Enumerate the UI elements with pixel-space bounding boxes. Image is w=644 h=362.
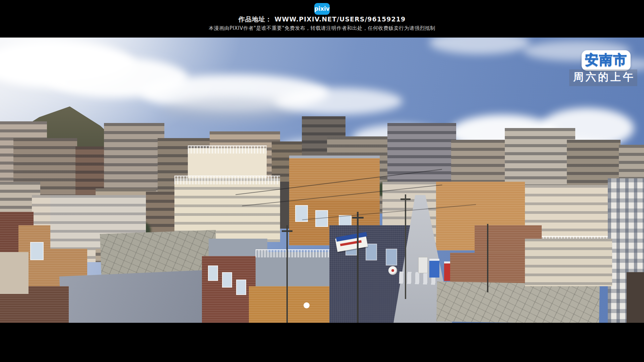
building <box>289 158 380 200</box>
building <box>627 272 644 323</box>
window <box>386 249 397 265</box>
vending-machine <box>418 257 428 273</box>
brick-wall <box>450 253 528 284</box>
time-caption-label: 周六的上午 <box>573 71 635 83</box>
location-badge: 安南市 <box>582 50 631 71</box>
utility-pole <box>286 225 288 323</box>
satellite-dish <box>304 302 310 308</box>
pixiv-logo: pixiv <box>314 3 330 15</box>
cloud <box>275 88 402 115</box>
satellite-dish-logo <box>391 269 394 272</box>
pole-crossarm <box>352 217 364 219</box>
window <box>236 280 246 295</box>
window <box>208 265 218 281</box>
roof-railing <box>188 145 267 154</box>
window <box>30 242 44 260</box>
pole-crossarm <box>282 230 292 232</box>
top-credit-bar: pixiv 作品地址： WWW.PIXIV.NET/USERS/96159219… <box>0 0 644 38</box>
window <box>222 272 232 288</box>
vending-machine <box>429 259 439 278</box>
comic-page: pixiv 作品地址： WWW.PIXIV.NET/USERS/96159219… <box>0 0 644 362</box>
bottom-letterbox <box>0 323 644 362</box>
work-url-line: 作品地址： WWW.PIXIV.NET/USERS/96159219 <box>0 15 644 24</box>
building <box>525 239 612 286</box>
pole-crossarm <box>400 198 411 200</box>
location-badge-label: 安南市 <box>585 52 627 67</box>
roof-railing <box>174 176 280 184</box>
utility-pole <box>487 224 488 292</box>
utility-pole <box>357 212 359 323</box>
disclaimer-line: 本漫画由PIXIV作者"是谁不重要"免费发布，转载请注明作者和出处，任何收费贩卖… <box>0 25 644 32</box>
stone-roof <box>436 282 600 323</box>
building <box>0 252 29 294</box>
city-scene: 安南市 周六的上午 <box>0 38 644 323</box>
time-caption: 周六的上午 <box>569 69 637 86</box>
